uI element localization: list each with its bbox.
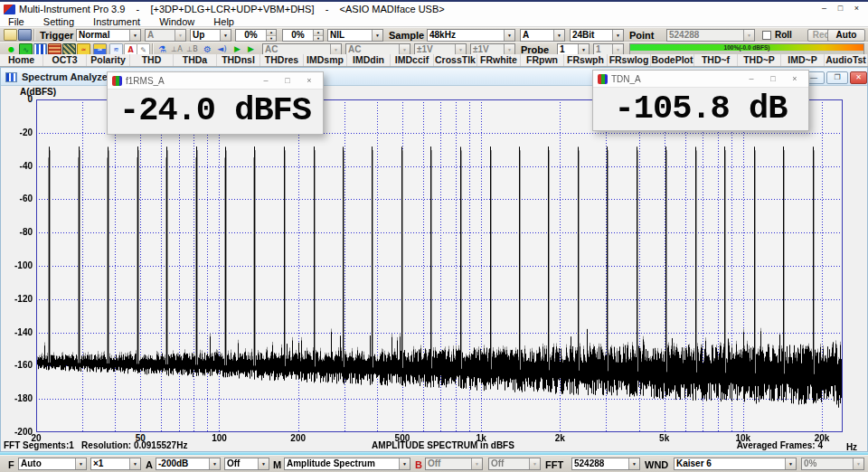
chevron-down-icon: ▼ xyxy=(175,30,185,41)
y-tick-label: -120 xyxy=(0,294,33,304)
tab-thda[interactable]: THDa xyxy=(174,54,217,66)
tab-frswph[interactable]: FRswph xyxy=(564,54,608,66)
tab-audiotst[interactable]: AudioTst xyxy=(825,54,868,66)
maximize-button[interactable]: □ xyxy=(833,2,848,14)
tab-frwhite[interactable]: FRwhite xyxy=(477,54,521,66)
ddp-titlebar[interactable]: TDN_A – □ × xyxy=(593,71,808,88)
close-icon[interactable]: × xyxy=(786,71,804,87)
chevron-down-icon: ▼ xyxy=(529,458,540,469)
tab-crosstlk[interactable]: CrossTlk xyxy=(434,54,477,66)
tab-imd~p[interactable]: IMD~P xyxy=(781,54,825,66)
app-icon xyxy=(4,5,15,14)
chevron-down-icon[interactable]: ▼ xyxy=(553,30,564,41)
menu-help[interactable]: Help xyxy=(205,16,242,27)
fft-size-select[interactable]: 524288▼ xyxy=(571,458,640,470)
tab-imdccif[interactable]: IMDccif xyxy=(391,54,434,66)
spectrum-analyzer-icon xyxy=(5,72,17,82)
chevron-down-icon[interactable]: ▼ xyxy=(399,458,410,469)
y-tick-label: -20 xyxy=(0,127,33,137)
y-tick-label: -100 xyxy=(0,260,33,270)
trigger-edge-select[interactable]: Up▼ xyxy=(190,29,231,42)
zoom-select[interactable]: ×1▼ xyxy=(90,458,141,470)
maximize-icon[interactable]: □ xyxy=(764,71,782,87)
tab-thdres[interactable]: THDres xyxy=(260,54,304,66)
ddp-titlebar[interactable]: f1RMS_A – □ × xyxy=(108,72,323,90)
checkbox-box[interactable] xyxy=(762,31,771,40)
app-window: { "window": { "title": "Multi-Instrument… xyxy=(0,0,868,472)
chevron-down-icon: ▼ xyxy=(471,458,482,469)
wnd-label: WND xyxy=(645,459,668,470)
child-restore-button[interactable]: ❐ xyxy=(826,71,848,84)
roll-checkbox[interactable]: Roll xyxy=(762,30,792,40)
menu-file[interactable]: File xyxy=(0,16,33,27)
tab-imdsmp[interactable]: IMDsmp xyxy=(304,54,347,66)
spectrum-plot[interactable] xyxy=(36,99,843,432)
freq-axis-select[interactable]: Auto▼ xyxy=(18,458,87,470)
spectrum-analyzer-title: Spectrum Analyzer xyxy=(22,71,111,82)
x-tick-label: 100 xyxy=(204,433,233,443)
level-meter-bar: 100%(-0.0 dBFS) xyxy=(630,44,863,51)
auto-button[interactable]: Auto xyxy=(827,29,865,42)
tab-imddin[interactable]: IMDdin xyxy=(347,54,391,66)
sample-bits-select[interactable]: 24Bit▼ xyxy=(570,29,624,42)
y-tick-label: -140 xyxy=(0,327,33,337)
window-function-select[interactable]: Kaiser 6▼ xyxy=(674,458,797,470)
chevron-down-icon[interactable]: ▼ xyxy=(258,458,269,469)
minimize-icon[interactable]: – xyxy=(257,72,275,89)
tab-thd~f[interactable]: THD~f xyxy=(694,54,738,66)
chevron-down-icon[interactable]: ▼ xyxy=(75,458,86,469)
ddp-window-f1rms[interactable]: f1RMS_A – □ × -24.0 dBFS xyxy=(107,71,324,135)
chevron-down-icon[interactable]: ▼ xyxy=(129,458,140,469)
trigger-mode-select[interactable]: Normal▼ xyxy=(76,29,141,42)
tab-oct3[interactable]: OCT3 xyxy=(43,54,87,66)
menu-instrument[interactable]: Instrument xyxy=(85,16,148,27)
y-tick-label: -180 xyxy=(0,393,33,403)
trigger-delay-spinner[interactable]: 0%▲▼ xyxy=(282,29,324,42)
sample-rate-select[interactable]: 48kHz▼ xyxy=(427,29,515,42)
tab-home[interactable]: Home xyxy=(0,54,43,66)
a-range-select[interactable]: -200dB▼ xyxy=(156,458,221,470)
hot-panel-tabbar: HomeOCT3PolarityTHDTHDaTHDnslTHDresIMDsm… xyxy=(0,54,868,67)
fft-label: FFT xyxy=(545,459,563,470)
ddp-window-tdn[interactable]: TDN_A – □ × -105.8 dB xyxy=(592,70,809,131)
menu-setting[interactable]: Setting xyxy=(35,16,82,27)
tab-frswlog[interactable]: FRswlog xyxy=(608,54,651,66)
tab-thdnsl[interactable]: THDnsl xyxy=(217,54,260,66)
save-icon[interactable] xyxy=(18,29,32,41)
chevron-down-icon[interactable]: ▼ xyxy=(504,30,514,41)
chevron-down-icon: ▼ xyxy=(743,30,754,41)
chevron-down-icon: ▼ xyxy=(853,458,863,469)
tab-thd[interactable]: THD xyxy=(130,54,174,66)
trigger-nil-select[interactable]: NIL▼ xyxy=(327,29,383,42)
b-channel-label: B xyxy=(415,459,422,470)
minimize-button[interactable]: – xyxy=(816,2,832,14)
open-file-icon[interactable] xyxy=(4,29,17,41)
child-close-button[interactable]: ✕ xyxy=(850,71,867,84)
close-icon[interactable]: × xyxy=(300,72,318,89)
chevron-down-icon[interactable]: ▼ xyxy=(129,30,140,41)
chevron-down-icon[interactable]: ▼ xyxy=(612,30,623,41)
tab-thd~p[interactable]: THD~P xyxy=(738,54,781,66)
minimize-icon[interactable]: – xyxy=(742,71,760,87)
level-meter-text: 100%(-0.0 dBFS) xyxy=(630,44,863,52)
trigger-source-select: A▼ xyxy=(145,29,186,42)
maximize-icon[interactable]: □ xyxy=(278,72,297,89)
trigger-level-spinner[interactable]: 0%▲▼ xyxy=(235,29,277,42)
tab-polarity[interactable]: Polarity xyxy=(87,54,130,66)
chevron-down-icon[interactable]: ▼ xyxy=(209,458,220,469)
chevron-down-icon[interactable]: ▼ xyxy=(372,30,382,41)
tab-bodeplot[interactable]: BodePlot xyxy=(651,54,694,66)
sample-label: Sample xyxy=(389,30,424,41)
chevron-down-icon[interactable]: ▼ xyxy=(628,458,639,469)
a-ref-select[interactable]: Off▼ xyxy=(224,458,269,470)
menu-window[interactable]: Window xyxy=(151,16,203,27)
close-button[interactable]: × xyxy=(849,2,864,14)
chevron-down-icon[interactable]: ▼ xyxy=(220,30,231,41)
point-label: Point xyxy=(629,30,655,41)
sample-channel-select[interactable]: A▼ xyxy=(520,29,565,42)
spectrum-mode-select[interactable]: Amplitude Spectrum▼ xyxy=(284,458,410,470)
tab-frpwn[interactable]: FRpwn xyxy=(521,54,564,66)
chevron-down-icon[interactable]: ▼ xyxy=(785,458,796,469)
y-tick-label: -60 xyxy=(0,194,33,203)
b-range-select: Off▼ xyxy=(425,458,483,470)
